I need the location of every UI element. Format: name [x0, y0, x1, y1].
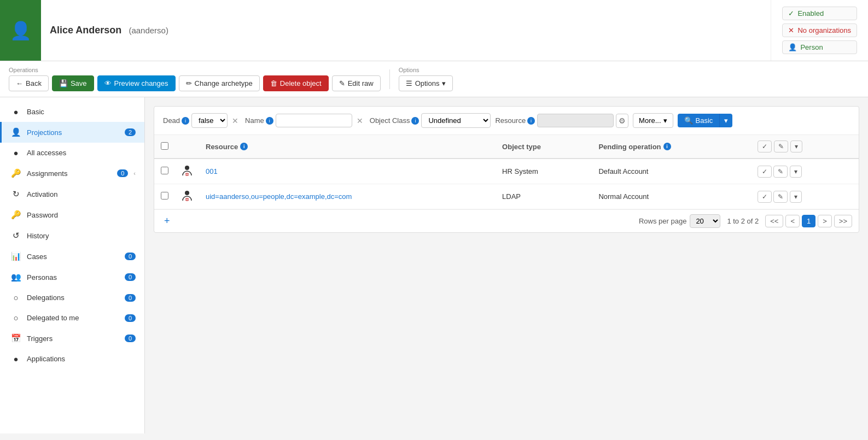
- row1-more-icon: ▾: [794, 168, 797, 175]
- page-next-button[interactable]: >: [818, 215, 832, 227]
- personas-count: 0: [125, 273, 136, 281]
- th-check-action[interactable]: ✓: [758, 140, 772, 152]
- no-org-x-icon: ✕: [788, 26, 794, 34]
- resource-filter: Resource i ⚙: [495, 114, 628, 128]
- rows-per-page-select[interactable]: 10 20 50 100: [690, 214, 720, 228]
- sidebar-item-applications[interactable]: ● Applications: [0, 349, 144, 369]
- th-actions: ✓ ✎ ▾: [751, 135, 859, 159]
- sidebar-item-basic[interactable]: ● Basic: [0, 102, 144, 122]
- row1-edit-icon: ✎: [778, 168, 783, 175]
- name-filter-clear[interactable]: ✕: [354, 115, 365, 126]
- change-archetype-button[interactable]: ✏ Change archetype: [179, 75, 260, 91]
- search-dropdown-button[interactable]: ▾: [719, 114, 732, 127]
- options-lines-icon: ☰: [406, 79, 412, 87]
- dead-info-icon[interactable]: i: [182, 117, 189, 125]
- assignments-collapse-icon[interactable]: ‹: [133, 170, 136, 177]
- sidebar: ● Basic 👤 Projections 2 ● All accesses 🔑…: [0, 97, 145, 433]
- sidebar-item-history[interactable]: ↺ History: [0, 225, 144, 246]
- change-archetype-label: Change archetype: [195, 79, 253, 87]
- name-info-icon[interactable]: i: [266, 117, 273, 125]
- save-button[interactable]: 💾 Save: [52, 75, 94, 91]
- enabled-badge-label: Enabled: [797, 9, 824, 17]
- th-edit-action[interactable]: ✎: [774, 140, 788, 152]
- row2-resource-name-cell: LDAP: [496, 184, 592, 209]
- row1-edit-btn[interactable]: ✎: [773, 166, 788, 178]
- edit-raw-button[interactable]: ✎ Edit raw: [332, 75, 381, 91]
- user-name-text: Alice Anderson: [50, 25, 121, 36]
- username-short: (aanderso): [129, 26, 168, 35]
- select-all-checkbox[interactable]: [161, 142, 168, 150]
- projections-table-area: Resource i Object type: [154, 135, 859, 209]
- basic-search-button[interactable]: 🔍 Basic: [678, 114, 720, 127]
- object-class-filter-select[interactable]: Undefined inetOrgPerson groupOfNames: [421, 113, 491, 128]
- row1-checkbox[interactable]: [161, 167, 168, 174]
- page-last-button[interactable]: >>: [834, 215, 852, 227]
- pagination-range: 1 to 2 of 2: [727, 217, 759, 225]
- preview-changes-button[interactable]: 👁 Preview changes: [97, 75, 176, 91]
- enabled-check-icon: ✓: [788, 9, 794, 17]
- options-button[interactable]: ☰ Options ▾: [399, 75, 453, 91]
- row2-check-icon: ✓: [762, 193, 767, 201]
- th-more-action[interactable]: ▾: [790, 140, 802, 152]
- sidebar-item-delegations[interactable]: ○ Delegations 0: [0, 288, 144, 308]
- page-prev-button[interactable]: <: [785, 215, 800, 227]
- row1-resource-name-cell: HR System: [496, 159, 592, 184]
- resource-col-info-icon[interactable]: i: [240, 143, 248, 150]
- resource-filter-input[interactable]: [537, 114, 614, 127]
- sidebar-item-password-label: Password: [27, 211, 136, 219]
- more-filters-button[interactable]: More... ▾: [633, 113, 673, 128]
- options-btn-label: Options: [415, 79, 440, 87]
- edit-raw-label: Edit raw: [348, 79, 374, 87]
- th-object-type: Object type: [496, 135, 592, 159]
- dead-filter-clear[interactable]: ✕: [230, 115, 241, 126]
- sidebar-item-delegated-to-me[interactable]: ○ Delegated to me 0: [0, 308, 144, 328]
- page-1-button[interactable]: 1: [802, 215, 815, 227]
- add-row-button[interactable]: +: [161, 214, 173, 228]
- filter-bar: Dead i false true any ✕ Name i: [154, 107, 859, 135]
- sidebar-item-activation[interactable]: ↻ Activation: [0, 184, 144, 204]
- row2-check-btn[interactable]: ✓: [758, 191, 772, 203]
- person-badge: 👤 Person: [782, 40, 857, 54]
- row2-more-btn[interactable]: ▾: [790, 191, 802, 203]
- th-pending-op-label: Pending operation: [598, 143, 661, 151]
- sidebar-item-personas[interactable]: 👥 Personas 0: [0, 267, 144, 288]
- pending-op-info-icon[interactable]: i: [663, 143, 671, 150]
- sidebar-item-assignments[interactable]: 🔑 Assignments 0 ‹: [0, 163, 144, 184]
- delete-icon: 🗑: [270, 79, 277, 87]
- delete-object-button[interactable]: 🗑 Delete object: [263, 75, 329, 91]
- page-first-button[interactable]: <<: [765, 215, 783, 227]
- sidebar-item-delegations-label: Delegations: [27, 294, 119, 302]
- resource-filter-gear[interactable]: ⚙: [616, 114, 628, 128]
- back-button[interactable]: ← Back: [9, 75, 49, 91]
- dead-filter-label: Dead i: [163, 116, 189, 125]
- sidebar-item-all-accesses[interactable]: ● All accesses: [0, 143, 144, 163]
- sidebar-item-basic-label: Basic: [27, 108, 136, 116]
- sidebar-item-cases-label: Cases: [27, 253, 119, 261]
- row2-edit-btn[interactable]: ✎: [773, 191, 788, 203]
- sidebar-item-triggers[interactable]: 📅 Triggers 0: [0, 328, 144, 349]
- resource-info-icon[interactable]: i: [527, 117, 535, 125]
- user-full-name: Alice Anderson (aanderso): [50, 25, 168, 36]
- sidebar-item-password[interactable]: 🔑 Password: [0, 204, 144, 225]
- assignments-icon: 🔑: [10, 168, 21, 178]
- change-archetype-icon: ✏: [186, 79, 192, 87]
- row1-more-btn[interactable]: ▾: [790, 166, 802, 178]
- operations-buttons: ← Back 💾 Save 👁 Preview changes ✏ Change…: [9, 75, 381, 91]
- rows-per-page: Rows per page 10 20 50 100: [639, 214, 720, 228]
- row1-object-type-cell: Default Account: [592, 159, 750, 184]
- row1-check-btn[interactable]: ✓: [758, 166, 772, 178]
- row2-link[interactable]: uid=aanderso,ou=people,dc=example,dc=com: [206, 192, 352, 201]
- save-label: Save: [71, 79, 87, 87]
- row1-person-icon: [182, 165, 193, 177]
- sidebar-item-cases[interactable]: 📊 Cases 0: [0, 246, 144, 267]
- row1-link[interactable]: 001: [206, 167, 218, 175]
- object-class-info-icon[interactable]: i: [411, 117, 419, 125]
- row2-checkbox[interactable]: [161, 192, 168, 200]
- name-filter-input[interactable]: [276, 114, 352, 127]
- sidebar-item-projections[interactable]: 👤 Projections 2: [0, 122, 144, 143]
- triggers-icon: 📅: [10, 333, 21, 343]
- toolbar: Operations ← Back 💾 Save 👁 Preview chang…: [0, 61, 868, 97]
- dead-filter-select[interactable]: false true any: [191, 113, 228, 128]
- th-checkbox: [154, 135, 175, 159]
- object-class-filter: Object Class i Undefined inetOrgPerson g…: [370, 113, 491, 128]
